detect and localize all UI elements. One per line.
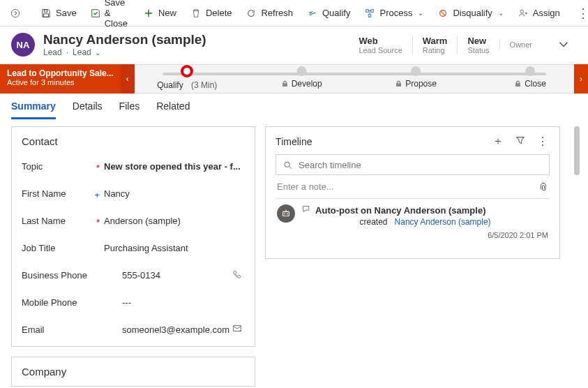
field-value: --- <box>104 297 245 308</box>
svg-point-12 <box>287 214 288 215</box>
stage-label: Qualify <box>157 80 183 90</box>
phone-icon[interactable] <box>229 269 245 281</box>
tab-summary[interactable]: Summary <box>11 100 56 119</box>
stat-status[interactable]: New Status <box>457 36 499 54</box>
disqualify-icon <box>437 8 448 19</box>
avatar-initials: NA <box>17 40 30 50</box>
field-topic[interactable]: Topic* New store opened this year - f... <box>22 153 245 180</box>
chevron-down-icon: ⌄ <box>95 49 100 57</box>
disqualify-button[interactable]: Disqualify ⌄ <box>432 5 508 22</box>
bpf-stage-qualify[interactable]: Qualify (3 Min) <box>157 66 217 90</box>
field-value: Anderson (sample) <box>104 216 245 226</box>
search-input[interactable] <box>297 159 543 171</box>
disqualify-label: Disqualify <box>453 8 492 18</box>
timeline-more[interactable]: ⋮ <box>536 135 550 148</box>
qualify-button[interactable]: Qualify <box>301 5 356 22</box>
timeline-note-row[interactable]: Enter a note... 📎︎ <box>276 175 550 199</box>
field-last-name[interactable]: Last Name* Anderson (sample) <box>22 207 245 234</box>
stage-label: Develop <box>292 79 322 89</box>
field-label: Job Title <box>22 243 55 253</box>
stat-label: Owner <box>510 40 532 49</box>
record-title: Nancy Anderson (sample) <box>43 32 340 47</box>
stat-label: Lead Source <box>359 46 402 54</box>
command-bar: Save Save & Close New Delete Refresh Qua… <box>0 0 588 27</box>
bpf-stage-develop[interactable]: 🔒︎Develop <box>281 66 322 89</box>
process-button[interactable]: Process ⌄ <box>359 5 429 22</box>
svg-rect-10 <box>283 211 289 216</box>
bpf-prev[interactable]: ‹ <box>121 64 135 94</box>
timeline-section: Timeline ＋ ⋮ Enter a note... 📎︎ Auto-pos… <box>265 126 560 259</box>
bpf-duration: Active for 3 minutes <box>7 78 114 87</box>
field-first-name[interactable]: First Name+ Nancy <box>22 180 245 207</box>
lock-icon: 🔒︎ <box>281 80 289 88</box>
field-mobile-phone[interactable]: Mobile Phone --- <box>22 289 245 316</box>
tab-details[interactable]: Details <box>73 100 103 119</box>
stage-label: Propose <box>405 79 437 89</box>
stat-rating[interactable]: Warm Rating <box>412 36 458 54</box>
mail-icon[interactable] <box>229 324 245 336</box>
chevron-circle-icon <box>10 8 21 19</box>
bpf-next[interactable]: › <box>574 64 588 94</box>
timeline-item[interactable]: Auto-post on Nancy Anderson (sample) cre… <box>276 199 550 241</box>
refresh-button[interactable]: Refresh <box>240 5 299 22</box>
timeline-item-link[interactable]: Nancy Anderson (sample) <box>395 217 491 227</box>
stat-value: Web <box>359 36 402 46</box>
qualify-label: Qualify <box>322 8 350 18</box>
field-label: Business Phone <box>22 270 87 281</box>
bpf-process-name: Lead to Opportunity Sale... <box>7 68 114 78</box>
header-stats: Web Lead Source Warm Rating New Status O… <box>349 36 542 54</box>
chevron-down-icon: ⌄ <box>418 9 423 17</box>
form-selector[interactable]: Lead ⌄ <box>73 47 100 57</box>
timeline-search[interactable] <box>276 154 550 175</box>
stat-value: Warm <box>423 36 448 46</box>
field-business-phone[interactable]: Business Phone 555-0134 <box>22 262 245 289</box>
timeline-filter[interactable] <box>513 135 527 148</box>
overflow-menu[interactable]: ⋮ <box>571 6 588 21</box>
scroll-thumb[interactable] <box>574 126 580 175</box>
field-value: New store opened this year - f... <box>104 161 245 172</box>
field-job-title[interactable]: Job Title Purchasing Assistant <box>22 234 245 262</box>
field-label: Email <box>22 324 45 335</box>
attachment-icon[interactable]: 📎︎ <box>538 181 548 193</box>
save-label: Save <box>56 8 77 18</box>
stat-value: New <box>467 36 489 46</box>
bpf-stage-propose[interactable]: 🔒︎Propose <box>395 66 437 89</box>
svg-point-11 <box>284 214 285 215</box>
bpf-dot <box>525 66 535 76</box>
stat-owner[interactable]: Owner <box>499 40 542 49</box>
bpf-badge[interactable]: Lead to Opportunity Sale... Active for 3… <box>0 64 121 94</box>
save-close-label: Save & Close <box>105 0 129 29</box>
form-name: Lead <box>73 47 91 57</box>
save-close-button[interactable]: Save & Close <box>85 0 135 31</box>
note-placeholder: Enter a note... <box>277 181 334 192</box>
stat-lead-source[interactable]: Web Lead Source <box>349 36 412 54</box>
svg-rect-2 <box>44 13 49 16</box>
contact-section: Contact Topic* New store opened this yea… <box>11 126 255 347</box>
delete-button[interactable]: Delete <box>185 5 238 22</box>
assign-button[interactable]: Assign <box>512 5 566 22</box>
header-expand[interactable] <box>550 38 577 52</box>
bpf-stage-close[interactable]: 🔒︎Close <box>514 66 546 89</box>
svg-rect-3 <box>366 9 369 12</box>
section-title: Contact <box>22 135 245 147</box>
dot: · <box>66 47 68 57</box>
new-button[interactable]: New <box>137 5 182 22</box>
timeline-item-body: Auto-post on Nancy Anderson (sample) cre… <box>302 204 548 239</box>
header-main: Nancy Anderson (sample) Lead · Lead ⌄ <box>43 32 340 57</box>
scrollbar[interactable] <box>570 126 581 387</box>
save-button[interactable]: Save <box>35 5 82 22</box>
plus-icon <box>143 8 154 19</box>
bpf-dot <box>181 65 193 77</box>
timeline-add[interactable]: ＋ <box>491 134 505 149</box>
timeline-item-action: created <box>359 217 387 227</box>
field-email[interactable]: Email someonel3@example.com <box>22 316 245 343</box>
save-close-icon <box>91 8 100 19</box>
back-button[interactable] <box>4 5 27 22</box>
form-tabs: Summary Details Files Related <box>0 94 588 119</box>
svg-point-0 <box>11 9 19 17</box>
trash-icon <box>190 8 202 19</box>
bpf-line <box>163 73 546 75</box>
tab-files[interactable]: Files <box>119 100 140 119</box>
svg-rect-5 <box>369 14 372 17</box>
tab-related[interactable]: Related <box>156 100 190 119</box>
